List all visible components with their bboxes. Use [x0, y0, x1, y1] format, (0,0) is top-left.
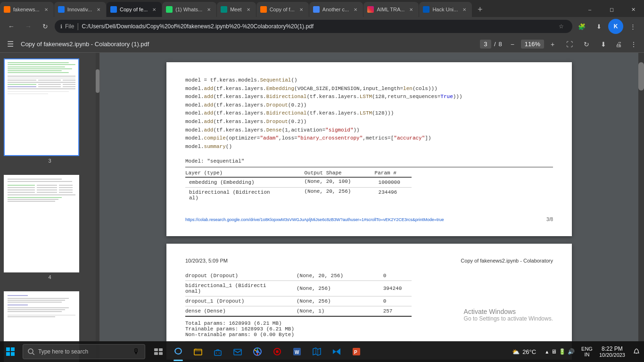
tab-label-fakenews: fakenews... — [13, 7, 40, 12]
more-actions-button[interactable]: ⋮ — [625, 19, 640, 34]
pdf-menu-button[interactable]: ☰ — [4, 38, 17, 51]
tab-label-copy2: Copy of f... — [270, 7, 295, 12]
tab-close-copy[interactable]: ✕ — [150, 6, 158, 13]
content-scroll-handle[interactable] — [638, 62, 644, 90]
task-view-button[interactable] — [149, 341, 168, 362]
layer-dropout: dropout (Dropout) — [185, 271, 289, 280]
pdf-thumbnail-3[interactable]: 3 — [0, 53, 99, 169]
tab-label-whats: (1) Whats... — [175, 7, 202, 12]
params-bidirectional: 234496 — [375, 188, 412, 203]
extensions-button[interactable]: 🧩 — [574, 19, 589, 34]
network-icon[interactable]: 🖥 — [551, 348, 557, 355]
lang-text: ENG — [581, 346, 593, 352]
svg-marker-21 — [313, 348, 321, 355]
tab-favicon-whats — [166, 6, 173, 13]
tab-close-meet[interactable]: ✕ — [245, 6, 252, 13]
layer-bidirectional: bidirectional (Bidirectional) — [185, 188, 297, 203]
notification-button[interactable] — [629, 341, 644, 362]
tab-fakenews[interactable]: fakenews... ✕ — [0, 2, 54, 17]
clock[interactable]: 8:22 PM 10/20/2023 — [595, 346, 629, 358]
back-button[interactable]: ← — [4, 19, 19, 34]
address-bar[interactable]: ℹ File | C:/Users/Dell/Downloads/Copy%20… — [55, 20, 572, 33]
svg-line-5 — [33, 353, 34, 355]
tab-close-another[interactable]: ✕ — [352, 6, 359, 13]
tab-aiml[interactable]: AIML TRA... ✕ — [363, 2, 419, 17]
download-button[interactable]: ⬇ — [591, 19, 606, 34]
explorer-taskbar-icon[interactable] — [189, 341, 207, 362]
svg-rect-9 — [159, 352, 163, 355]
sidebar-scroll-handle[interactable] — [96, 69, 99, 93]
battery-icon[interactable]: 🔋 — [559, 348, 566, 355]
start-button[interactable] — [0, 341, 21, 362]
pdf-zoom-in-button[interactable]: + — [546, 38, 559, 51]
mail-taskbar-icon[interactable] — [228, 341, 247, 362]
pdf-thumbnail-4[interactable]: 4 — [0, 169, 99, 286]
layer-dropout1: dropout_1 (Dropout) — [185, 296, 289, 306]
tab-close-hack[interactable]: ✕ — [461, 6, 468, 13]
tab-copy-active[interactable]: Copy of fe... ✕ — [107, 2, 162, 17]
tab-label-another: Another c... — [322, 7, 349, 12]
new-tab-button[interactable]: + — [472, 2, 487, 17]
pdf-more-button[interactable]: ⋮ — [627, 38, 640, 51]
cortana-icon: 🎙 — [132, 347, 140, 356]
code-line-9: model.summary() — [185, 143, 553, 151]
svg-text:W: W — [295, 350, 299, 355]
pdf-page-controls: 3 / 8 — [480, 40, 502, 49]
language-indicator[interactable]: ENG IN — [578, 346, 595, 357]
search-bar[interactable]: Type here to search 🎙 — [23, 344, 145, 359]
close-button[interactable]: ✕ — [622, 1, 644, 18]
tab-innovative[interactable]: Innovativ... ✕ — [54, 2, 106, 17]
sys-icons: ▲ 🖥 🔋 🔊 — [541, 348, 578, 355]
maximize-button[interactable]: ◻ — [601, 1, 622, 18]
pdf-download-button[interactable]: ⬇ — [597, 38, 610, 51]
volume-icon[interactable]: 🔊 — [568, 348, 575, 355]
pdf-zoom-value[interactable]: 116% — [521, 40, 544, 49]
taskbar: Type here to search 🎙 — [0, 341, 644, 362]
pdf-content[interactable]: model = tf.keras.models.Sequential() mod… — [100, 53, 638, 362]
bookmark-icon[interactable]: ☆ — [555, 21, 567, 32]
tab-meet[interactable]: Meet ✕ — [217, 2, 256, 17]
tab-close-fakenews[interactable]: ✕ — [42, 6, 50, 13]
tab-close-innovative[interactable]: ✕ — [95, 6, 102, 13]
reload-button[interactable]: ↻ — [38, 19, 53, 34]
store-taskbar-icon[interactable] — [208, 341, 227, 362]
params-dense: 257 — [383, 306, 412, 316]
svg-rect-11 — [215, 351, 221, 355]
tab-close-copy2[interactable]: ✕ — [297, 6, 305, 13]
code-line-5: model.add(tf.keras.layers.Bidirectional(… — [185, 109, 553, 118]
tab-close-aiml[interactable]: ✕ — [407, 6, 415, 13]
profile-button[interactable]: K — [608, 19, 623, 34]
tab-copy2[interactable]: Copy of f... ✕ — [256, 2, 309, 17]
thumb-frame-4 — [4, 175, 79, 272]
forward-button[interactable]: → — [21, 19, 36, 34]
pdf-rotate-button[interactable]: ↻ — [580, 38, 593, 51]
tab-label-aiml: AIML TRA... — [377, 7, 405, 12]
address-actions: ☆ — [555, 21, 567, 32]
pdf-print-button[interactable]: 🖨 — [612, 38, 625, 51]
pdf-zoom-out-button[interactable]: − — [506, 38, 519, 51]
code-line-2: model.add(tf.keras.layers.Embedding(VOCA… — [185, 85, 553, 93]
tab-whats[interactable]: (1) Whats... ✕ — [162, 2, 216, 17]
pdf-fit-button[interactable]: ⛶ — [563, 38, 576, 51]
weather-icon: ⛅ — [512, 348, 520, 355]
tab-another[interactable]: Another c... ✕ — [309, 2, 363, 17]
page4-title: Copy of fakenews2.ipynb - Colaboratory — [461, 258, 553, 263]
tab-hack[interactable]: Hack Uni... ✕ — [419, 2, 472, 17]
tab-close-whats[interactable]: ✕ — [205, 6, 213, 13]
powerpoint-taskbar-icon[interactable]: P — [347, 341, 366, 362]
edge-taskbar-icon[interactable] — [169, 341, 188, 362]
vpn-taskbar-icon[interactable] — [268, 341, 287, 362]
word-taskbar-icon[interactable]: W — [288, 341, 306, 362]
up-arrow-icon[interactable]: ▲ — [545, 349, 549, 354]
browser-window: fakenews... ✕ Innovativ... ✕ Copy of fe.… — [0, 0, 644, 362]
tab-favicon-copy — [110, 6, 117, 13]
page-url: https://colab.research.google.com/drive/… — [185, 217, 444, 222]
pdf-current-page[interactable]: 3 — [480, 40, 491, 49]
sidebar-scrollbar[interactable] — [96, 53, 99, 362]
vscode-taskbar-icon[interactable] — [327, 341, 346, 362]
chrome-taskbar-icon[interactable] — [248, 341, 267, 362]
minimize-button[interactable]: – — [579, 1, 601, 18]
weather-widget[interactable]: ⛅ 26°C — [507, 348, 541, 355]
maps-taskbar-icon[interactable] — [307, 341, 326, 362]
content-scrollbar[interactable] — [638, 53, 644, 362]
